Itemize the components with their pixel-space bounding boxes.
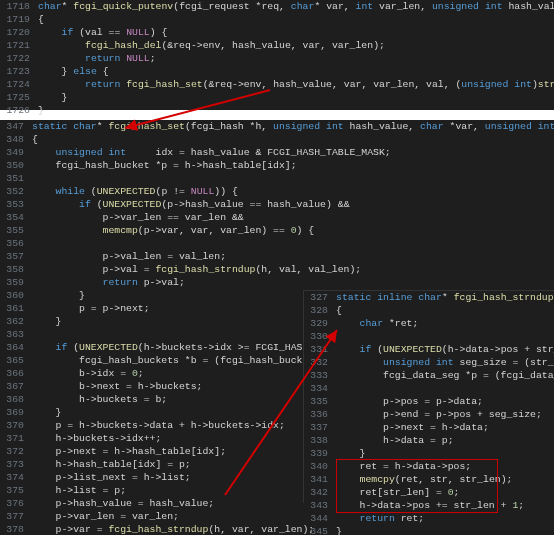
code-line: 1725 } — [0, 91, 554, 104]
line-number: 337 — [304, 421, 336, 434]
code-line: 327static inline char* fcgi_hash_strndup… — [304, 291, 554, 304]
code-text: char* fcgi_quick_putenv(fcgi_request *re… — [38, 0, 554, 13]
code-panel-1: 1718char* fcgi_quick_putenv(fcgi_request… — [0, 0, 554, 110]
code-text: } — [336, 447, 554, 460]
code-text: p->next = h->data; — [336, 421, 554, 434]
code-text — [336, 382, 554, 395]
code-line: 352 while (UNEXPECTED(p != NULL)) { — [0, 185, 554, 198]
code-line: 349 unsigned int idx = hash_value & FCGI… — [0, 146, 554, 159]
line-number: 373 — [0, 458, 32, 471]
line-number: 364 — [0, 341, 32, 354]
code-text: fcgi_data_seg *p = (fcgi_data_seg*)mallo… — [336, 369, 554, 382]
line-number: 376 — [0, 497, 32, 510]
code-line: 1724 return fcgi_hash_set(&req->env, has… — [0, 78, 554, 91]
line-number: 371 — [0, 432, 32, 445]
code-line: 348{ — [0, 133, 554, 146]
code-line: 328{ — [304, 304, 554, 317]
line-number: 1720 — [0, 26, 38, 39]
line-number: 327 — [304, 291, 336, 304]
code-text: h->data = p; — [336, 434, 554, 447]
line-number: 363 — [0, 328, 32, 341]
line-number: 332 — [304, 356, 336, 369]
code-text: static char* fcgi_hash_set(fcgi_hash *h,… — [32, 120, 554, 133]
code-text: char *ret; — [336, 317, 554, 330]
line-number: 360 — [0, 289, 32, 302]
code-text — [336, 330, 554, 343]
code-line: 359 return p->val; — [0, 276, 554, 289]
code-line: 347static char* fcgi_hash_set(fcgi_hash … — [0, 120, 554, 133]
code-text: p->var_len == var_len && — [32, 211, 554, 224]
line-number: 330 — [304, 330, 336, 343]
code-text: h->data->pos += str_len + 1; — [336, 499, 554, 512]
line-number: 329 — [304, 317, 336, 330]
code-line: 333 fcgi_data_seg *p = (fcgi_data_seg*)m… — [304, 369, 554, 382]
code-text: { — [38, 13, 554, 26]
code-line: 335 p->pos = p->data; — [304, 395, 554, 408]
code-line: 331 if (UNEXPECTED(h->data->pos + str_le… — [304, 343, 554, 356]
code-text: p->end = p->pos + seg_size; — [336, 408, 554, 421]
line-number: 355 — [0, 224, 32, 237]
code-text: } — [336, 525, 554, 535]
line-number: 370 — [0, 419, 32, 432]
line-number: 375 — [0, 484, 32, 497]
line-number: 333 — [304, 369, 336, 382]
line-number: 361 — [0, 302, 32, 315]
code-text: p->pos = p->data; — [336, 395, 554, 408]
code-text: return NULL; — [38, 52, 554, 65]
line-number: 328 — [304, 304, 336, 317]
code-text: fcgi_hash_bucket *p = h->hash_table[idx]… — [32, 159, 554, 172]
code-text: } — [38, 91, 554, 104]
code-line: 1718char* fcgi_quick_putenv(fcgi_request… — [0, 0, 554, 13]
code-text: } else { — [38, 65, 554, 78]
code-line: 334 — [304, 382, 554, 395]
code-line: 340 ret = h->data->pos; — [304, 460, 554, 473]
code-line: 330 — [304, 330, 554, 343]
line-number: 367 — [0, 380, 32, 393]
line-number: 358 — [0, 263, 32, 276]
code-text: if (UNEXPECTED(h->data->pos + str_len + … — [336, 343, 554, 356]
code-line: 354 p->var_len == var_len && — [0, 211, 554, 224]
code-line: 337 p->next = h->data; — [304, 421, 554, 434]
code-text: return fcgi_hash_set(&req->env, hash_val… — [38, 78, 554, 91]
line-number: 359 — [0, 276, 32, 289]
line-number: 369 — [0, 406, 32, 419]
code-text: fcgi_hash_del(&req->env, hash_value, var… — [38, 39, 554, 52]
line-number: 1723 — [0, 65, 38, 78]
line-number: 1719 — [0, 13, 38, 26]
code-text: if (UNEXPECTED(p->hash_value == hash_val… — [32, 198, 554, 211]
line-number: 350 — [0, 159, 32, 172]
code-text: static inline char* fcgi_hash_strndup(fc… — [336, 291, 554, 304]
code-text: while (UNEXPECTED(p != NULL)) { — [32, 185, 554, 198]
line-number: 357 — [0, 250, 32, 263]
code-line: 358 p->val = fcgi_hash_strndup(h, val, v… — [0, 263, 554, 276]
code-text: if (val == NULL) { — [38, 26, 554, 39]
code-line: 355 memcmp(p->var, var, var_len) == 0) { — [0, 224, 554, 237]
code-text: memcpy(ret, str, str_len); — [336, 473, 554, 486]
code-line: 329 char *ret; — [304, 317, 554, 330]
code-line: 357 p->val_len = val_len; — [0, 250, 554, 263]
code-text — [32, 172, 554, 185]
line-number: 341 — [304, 473, 336, 486]
line-number: 336 — [304, 408, 336, 421]
code-line: 343 h->data->pos += str_len + 1; — [304, 499, 554, 512]
code-line: 1722 return NULL; — [0, 52, 554, 65]
code-line: 1726} — [0, 104, 554, 117]
code-line: 344 return ret; — [304, 512, 554, 525]
line-number: 352 — [0, 185, 32, 198]
code-line: 342 ret[str_len] = 0; — [304, 486, 554, 499]
line-number: 372 — [0, 445, 32, 458]
line-number: 366 — [0, 367, 32, 380]
code-line: 353 if (UNEXPECTED(p->hash_value == hash… — [0, 198, 554, 211]
code-line: 339 } — [304, 447, 554, 460]
code-text: p->val = fcgi_hash_strndup(h, val, val_l… — [32, 263, 554, 276]
code-line: 332 unsigned int seg_size = (str_len + 1… — [304, 356, 554, 369]
code-panel-3: 327static inline char* fcgi_hash_strndup… — [303, 290, 554, 503]
line-number: 356 — [0, 237, 32, 250]
line-number: 368 — [0, 393, 32, 406]
code-text: memcmp(p->var, var, var_len) == 0) { — [32, 224, 554, 237]
line-number: 334 — [304, 382, 336, 395]
line-number: 1724 — [0, 78, 38, 91]
code-line: 351 — [0, 172, 554, 185]
line-number: 1726 — [0, 104, 38, 117]
line-number: 340 — [304, 460, 336, 473]
